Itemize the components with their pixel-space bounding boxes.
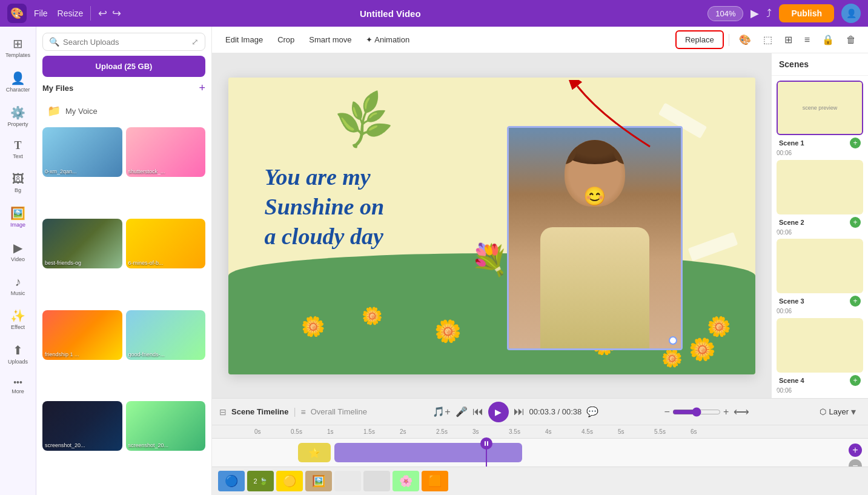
- add-files-button[interactable]: +: [199, 82, 205, 95]
- overall-timeline-tab[interactable]: Overall Timeline: [311, 407, 367, 416]
- btm-thumb-2[interactable]: 🟡: [276, 471, 303, 491]
- section-title: My Files: [42, 84, 73, 93]
- animation-button[interactable]: ✦ Animation: [360, 32, 416, 48]
- sidebar-item-video[interactable]: ▶ Video: [2, 236, 35, 268]
- sidebar-item-label-uploads: Uploads: [8, 359, 28, 365]
- image-icon: 🖼️: [10, 206, 25, 221]
- sidebar-item-image[interactable]: 🖼️ Image: [2, 201, 35, 233]
- sidebar-item-effect[interactable]: ✨ Effect: [2, 304, 35, 336]
- upload-thumb-4[interactable]: 6-mines-of-b...: [126, 219, 206, 268]
- zoom-controls: − +: [664, 407, 729, 417]
- upload-button[interactable]: Upload (25 GB): [42, 56, 205, 77]
- image-toolbar: Edit Image Crop Smart move ✦ Animation R…: [212, 27, 868, 53]
- layout-icon-btn[interactable]: ⬚: [758, 30, 777, 49]
- upload-thumb-2[interactable]: shutterstock_...: [126, 127, 206, 177]
- upload-thumb-5[interactable]: friendship 1 ...: [42, 310, 122, 360]
- captions-button[interactable]: 💬: [586, 406, 598, 417]
- clip-yellow-star[interactable]: ⭐: [298, 443, 331, 462]
- replace-button[interactable]: Replace: [675, 30, 724, 49]
- scene-item-4[interactable]: Scene 4 + 00:06: [777, 318, 863, 394]
- time-add-button[interactable]: +: [849, 444, 862, 457]
- upload-thumb-8[interactable]: screenshot_20...: [126, 401, 206, 451]
- zoom-in-button[interactable]: +: [723, 407, 729, 417]
- toolbar-sep-1: [729, 34, 729, 46]
- scene-add-btn-2[interactable]: +: [850, 217, 861, 228]
- my-voice-folder[interactable]: 📁 My Voice: [42, 99, 205, 122]
- play-button[interactable]: ▶: [488, 402, 509, 422]
- upload-thumb-1[interactable]: 0-xm_2qan...: [42, 127, 122, 177]
- scene-timeline-tab[interactable]: Scene Timeline: [231, 407, 288, 416]
- scene-add-btn-3[interactable]: +: [850, 296, 861, 307]
- main-canvas[interactable]: 🌿 🌼 🌼 🌼 🌼 🌼 🌼 🌼 🌼 💐: [228, 78, 755, 374]
- scene-tab-icon[interactable]: ⊟: [219, 407, 227, 417]
- btm-thumb-1[interactable]: 2 🍃: [247, 471, 274, 491]
- sidebar-item-templates[interactable]: ⊞ Templates: [2, 32, 35, 64]
- lock-icon-btn[interactable]: 🔒: [817, 30, 839, 49]
- upload-thumb-7[interactable]: screenshot_20...: [42, 401, 122, 451]
- thumb-label-5: friendship 1 ...: [45, 351, 120, 357]
- scene-item-3[interactable]: Scene 3 + 00:06: [777, 239, 863, 314]
- layer-dropdown-icon[interactable]: ▾: [851, 406, 856, 417]
- upload-thumb-6[interactable]: good-friends-...: [126, 310, 206, 360]
- expand-timeline-button[interactable]: ⟷: [734, 405, 749, 419]
- sidebar-item-text[interactable]: T Text: [2, 135, 35, 165]
- crop-button[interactable]: Crop: [271, 32, 300, 48]
- sidebar-item-uploads[interactable]: ⬆ Uploads: [2, 338, 35, 370]
- zoom-out-button[interactable]: −: [664, 407, 670, 417]
- expand-icon[interactable]: ⤢: [191, 37, 199, 47]
- play-preview-button[interactable]: ▶: [750, 7, 759, 20]
- btm-thumb-6[interactable]: 🌸: [393, 471, 419, 491]
- thumb-label-2: shutterstock_...: [128, 168, 204, 174]
- ruler-mark-6s: 6s: [691, 428, 697, 435]
- sidebar-item-music[interactable]: ♪ Music: [2, 270, 35, 302]
- overall-tab-icon[interactable]: ≡: [301, 407, 306, 417]
- zoom-slider[interactable]: [672, 407, 721, 417]
- undo-button[interactable]: ↩: [98, 7, 107, 20]
- delete-icon-btn[interactable]: 🗑: [841, 31, 861, 49]
- skip-forward-button[interactable]: ⏭: [514, 405, 525, 418]
- document-title: Untitled Video: [80, 8, 700, 19]
- adjust-icon-btn[interactable]: 🎨: [734, 30, 756, 49]
- scene-add-btn-4[interactable]: +: [850, 375, 861, 386]
- smart-move-button[interactable]: Smart move: [303, 32, 357, 48]
- add-audio-button[interactable]: 🎵+: [432, 406, 450, 417]
- resize-menu[interactable]: Resize: [58, 8, 84, 18]
- sidebar-item-bg[interactable]: 🖼 Bg: [2, 167, 35, 199]
- grid-icon-btn[interactable]: ⊞: [780, 30, 797, 49]
- canvas-text[interactable]: You are my Sunshine on a cloudy day: [265, 162, 385, 252]
- btm-thumb-5[interactable]: [363, 471, 390, 491]
- mic-button[interactable]: 🎤: [456, 406, 468, 417]
- edit-image-button[interactable]: Edit Image: [219, 32, 269, 48]
- publish-button[interactable]: Publish: [779, 4, 834, 22]
- user-avatar[interactable]: 👤: [841, 4, 861, 23]
- scene-item-2[interactable]: Scene 2 + 00:06: [777, 160, 863, 236]
- scene-add-btn-1[interactable]: +: [850, 138, 861, 148]
- search-input[interactable]: [63, 38, 188, 47]
- sidebar-item-more[interactable]: ••• More: [2, 373, 35, 400]
- uploads-panel: 🔍 ⤢ Upload (25 GB) My Files + 📁 My Voice…: [36, 27, 212, 495]
- btm-thumb-4[interactable]: [334, 471, 361, 491]
- upload-thumb-3[interactable]: best-friends-og: [42, 219, 122, 268]
- btm-thumb-7[interactable]: 🟧: [422, 471, 448, 491]
- time-subtract-button[interactable]: −: [849, 459, 862, 467]
- canvas-photo-frame[interactable]: 😊: [507, 126, 683, 350]
- main-layout: ⊞ Templates 👤 Character ⚙️ Property T Te…: [0, 27, 868, 495]
- redo-button[interactable]: ↪: [112, 7, 121, 20]
- zoom-control[interactable]: 104%: [707, 6, 743, 21]
- btm-thumb-0[interactable]: 🔵: [218, 471, 245, 491]
- sidebar-item-property[interactable]: ⚙️ Property: [2, 101, 35, 133]
- folder-name: My Voice: [65, 107, 98, 116]
- btm-thumb-3[interactable]: 🖼️: [305, 471, 332, 491]
- align-icon-btn[interactable]: ≡: [800, 31, 815, 49]
- file-menu[interactable]: File: [34, 8, 48, 18]
- scene-thumb-3: [777, 239, 863, 293]
- clip-purple[interactable]: [334, 443, 522, 462]
- daisy-1: 🌼: [301, 315, 325, 338]
- sidebar-item-label-character: Character: [6, 87, 30, 93]
- sidebar-item-character[interactable]: 👤 Character: [2, 66, 35, 98]
- share-button[interactable]: ⤴: [766, 7, 772, 20]
- scene-item-1[interactable]: scene preview Scene 1 + 00:06: [777, 81, 863, 156]
- sidebar-item-label-video: Video: [11, 256, 25, 263]
- skip-back-button[interactable]: ⏮: [472, 405, 483, 418]
- layer-toggle[interactable]: ⬡ Layer ▾: [815, 404, 861, 420]
